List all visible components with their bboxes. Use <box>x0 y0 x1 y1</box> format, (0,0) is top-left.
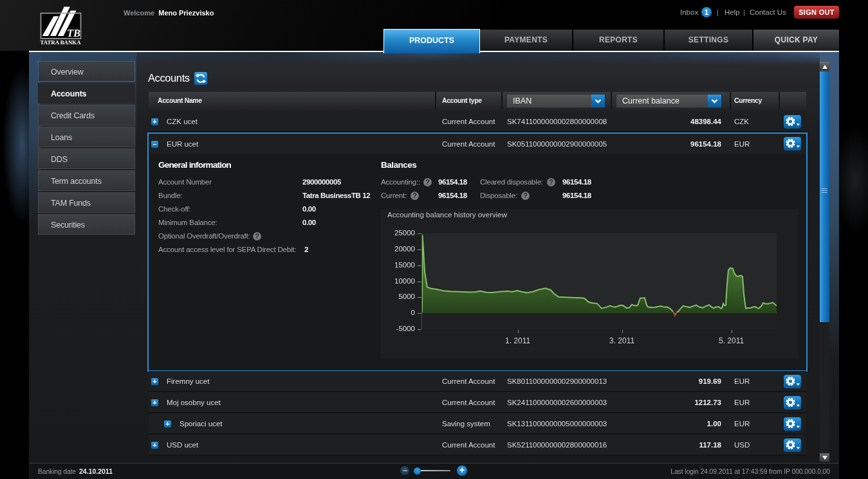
svg-text:TATRA BANKA: TATRA BANKA <box>41 39 82 46</box>
svg-text:TB: TB <box>67 27 80 39</box>
